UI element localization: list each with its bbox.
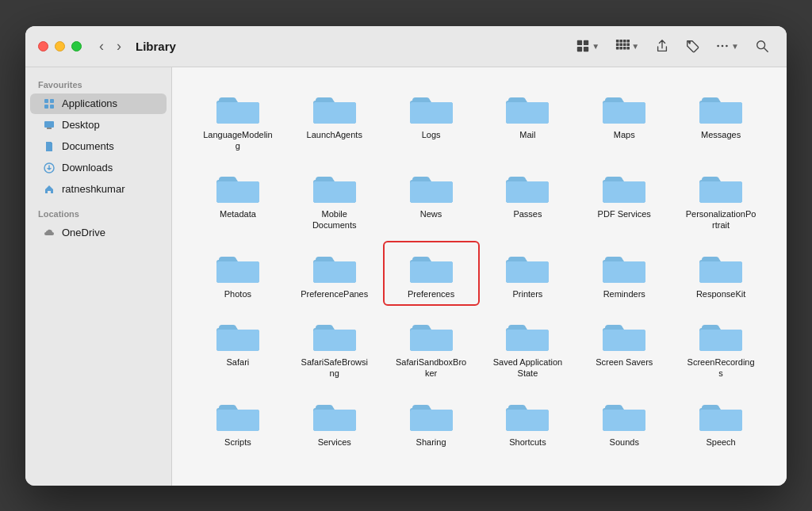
folder-label-screensavers: Screen Savers (596, 357, 653, 368)
folder-item-preferencepanes[interactable]: PreferencePanes (288, 242, 381, 304)
folder-item-printers[interactable]: Printers (481, 242, 575, 304)
folder-item-sounds[interactable]: Sounds (577, 391, 671, 452)
folder-item-reminders[interactable]: Reminders (577, 242, 671, 304)
sidebar-item-downloads[interactable]: Downloads (30, 158, 167, 178)
folder-label-responsekit: ResponseKit (696, 288, 745, 299)
folder-item-scripts[interactable]: Scripts (191, 391, 285, 452)
folder-label-messages: Messages (701, 129, 741, 140)
view-group-icon (576, 39, 590, 53)
folder-icon-safarisandboxbroker (409, 315, 454, 353)
documents-icon (43, 140, 56, 153)
sidebar-item-documents[interactable]: Documents (30, 136, 167, 157)
folder-item-launchagents[interactable]: LaunchAgents (288, 83, 381, 157)
sidebar: Favourites Applications Desktop (25, 67, 172, 486)
folder-label-photos: Photos (224, 288, 251, 299)
folder-item-safari[interactable]: Safari (191, 311, 285, 384)
svg-rect-33 (603, 102, 645, 124)
folder-label-shortcuts: Shortcuts (509, 437, 546, 448)
svg-rect-45 (603, 261, 645, 283)
svg-rect-11 (627, 43, 630, 46)
svg-rect-30 (313, 102, 356, 124)
folder-item-mail[interactable]: Mail (481, 83, 575, 157)
more-chevron: ▼ (731, 42, 739, 51)
view-grid-icon (615, 39, 630, 53)
svg-rect-5 (620, 40, 623, 43)
svg-rect-58 (699, 410, 742, 431)
folder-icon-sounds (602, 395, 646, 433)
folder-item-safarisandboxbroker[interactable]: SafariSandboxBroker (385, 311, 478, 384)
favourites-label: Favourites (25, 77, 171, 93)
sidebar-item-onedrive[interactable]: OneDrive (30, 223, 167, 243)
svg-rect-51 (603, 330, 645, 351)
folder-item-pdfservices[interactable]: PDF Services (577, 162, 671, 236)
more-button[interactable]: ▼ (710, 36, 744, 56)
folder-icon-maps (602, 88, 646, 126)
svg-point-17 (717, 45, 719, 48)
folder-label-savedapplicationstate: Saved Application State (492, 357, 563, 379)
desktop-icon (43, 119, 56, 132)
svg-rect-43 (410, 261, 453, 283)
minimize-button[interactable] (55, 41, 65, 51)
folder-icon-photos (216, 247, 260, 285)
tag-button[interactable] (680, 36, 704, 56)
folder-label-news: News (420, 208, 442, 219)
folder-item-passes[interactable]: Passes (481, 162, 575, 236)
svg-rect-27 (47, 128, 52, 129)
svg-rect-14 (623, 47, 626, 50)
view-grid-button[interactable]: ▼ (611, 36, 644, 56)
folder-icon-preferencepanes (312, 247, 357, 285)
folder-item-sharing[interactable]: Sharing (385, 391, 478, 452)
svg-line-21 (764, 48, 768, 51)
folder-item-news[interactable]: News (385, 162, 478, 236)
folder-item-languagemodeling[interactable]: LanguageModeling (191, 83, 285, 157)
view-group-chevron: ▼ (592, 42, 599, 51)
folder-item-responsekit[interactable]: ResponseKit (674, 242, 768, 304)
folder-icon-screenrecordings (699, 315, 743, 353)
sidebar-item-applications[interactable]: Applications (30, 93, 167, 114)
search-button[interactable] (750, 36, 774, 56)
svg-rect-39 (603, 181, 645, 203)
share-button[interactable] (650, 36, 674, 56)
svg-rect-15 (627, 47, 630, 50)
folder-item-messages[interactable]: Messages (674, 83, 768, 157)
svg-rect-56 (506, 410, 549, 431)
folder-item-shortcuts[interactable]: Shortcuts (481, 391, 575, 452)
main-content: LanguageModelingLaunchAgentsLogsMailMaps… (172, 67, 787, 486)
folder-item-logs[interactable]: Logs (385, 83, 478, 157)
folder-item-speech[interactable]: Speech (674, 391, 768, 452)
folder-item-safarisafebrowsing[interactable]: SafariSafeBrowsing (288, 311, 381, 384)
folder-item-photos[interactable]: Photos (191, 242, 285, 304)
svg-rect-55 (410, 410, 453, 431)
folder-label-preferences: Preferences (408, 288, 454, 299)
folder-item-savedapplicationstate[interactable]: Saved Application State (481, 311, 575, 384)
folder-item-mobiledocuments[interactable]: Mobile Documents (288, 162, 381, 236)
back-button[interactable]: ‹ (94, 37, 109, 55)
view-group-button[interactable]: ▼ (571, 36, 604, 56)
folder-item-preferences[interactable]: Preferences (385, 242, 478, 304)
forward-button[interactable]: › (112, 37, 126, 55)
traffic-lights (38, 41, 82, 51)
folder-item-maps[interactable]: Maps (577, 83, 671, 157)
folder-item-screensavers[interactable]: Screen Savers (577, 311, 671, 384)
folder-item-services[interactable]: Services (288, 391, 381, 452)
svg-rect-54 (313, 410, 356, 431)
svg-rect-13 (620, 47, 623, 50)
folder-item-screenrecordings[interactable]: ScreenRecordings (674, 311, 768, 384)
folder-icon-news (409, 167, 454, 205)
svg-rect-0 (577, 40, 582, 45)
svg-rect-44 (506, 261, 549, 283)
svg-rect-41 (216, 261, 259, 283)
svg-rect-24 (44, 105, 48, 109)
folder-icon-languagemodeling (216, 88, 260, 126)
svg-point-19 (726, 45, 728, 48)
sidebar-item-desktop[interactable]: Desktop (30, 115, 167, 135)
maximize-button[interactable] (71, 41, 82, 51)
folder-label-logs: Logs (422, 129, 441, 140)
svg-rect-36 (313, 181, 356, 203)
folder-item-personalizationportrait[interactable]: PersonalizationPortrait (674, 162, 768, 236)
svg-rect-9 (620, 43, 623, 46)
folder-item-metadata[interactable]: Metadata (191, 162, 285, 236)
close-button[interactable] (38, 41, 48, 51)
folder-icon-metadata (216, 167, 260, 205)
sidebar-item-ratneshkumar[interactable]: ratneshkumar (30, 179, 167, 200)
